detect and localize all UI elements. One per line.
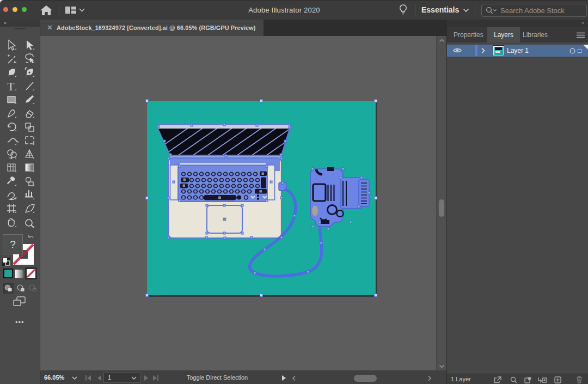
svg-text:T: T: [8, 80, 15, 93]
